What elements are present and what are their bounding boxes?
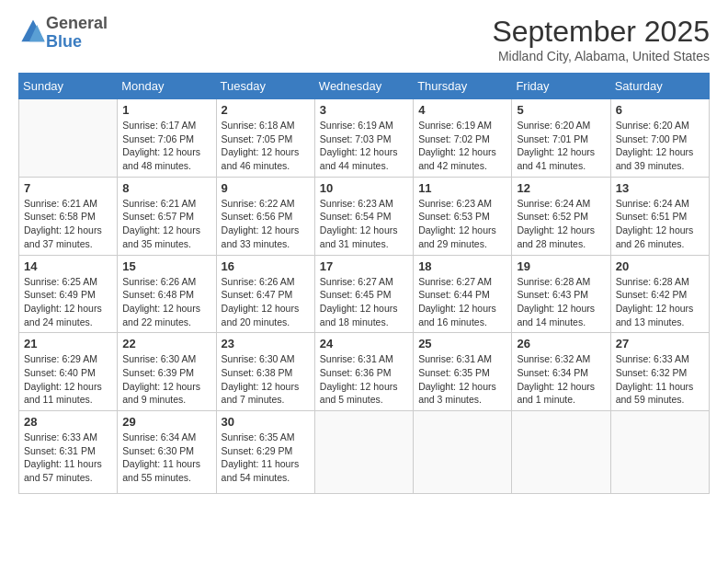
day-info: Sunrise: 6:23 AMSunset: 6:54 PMDaylight:… xyxy=(320,197,408,251)
calendar-cell xyxy=(414,411,512,494)
day-number: 26 xyxy=(517,337,605,350)
day-info: Sunrise: 6:25 AMSunset: 6:49 PMDaylight:… xyxy=(24,275,112,329)
calendar-cell: 24Sunrise: 6:31 AMSunset: 6:36 PMDayligh… xyxy=(314,333,413,411)
calendar-week-row: 1Sunrise: 6:17 AMSunset: 7:06 PMDaylight… xyxy=(19,99,710,178)
day-info: Sunrise: 6:23 AMSunset: 6:53 PMDaylight:… xyxy=(418,197,506,251)
calendar-cell: 25Sunrise: 6:31 AMSunset: 6:35 PMDayligh… xyxy=(414,333,512,411)
calendar-cell: 12Sunrise: 6:24 AMSunset: 6:52 PMDayligh… xyxy=(512,177,610,255)
page-container: General Blue September 2025 Midland City… xyxy=(0,0,728,503)
day-number: 30 xyxy=(222,415,310,429)
day-number: 20 xyxy=(616,259,704,273)
calendar-cell: 15Sunrise: 6:26 AMSunset: 6:48 PMDayligh… xyxy=(118,255,216,333)
day-info: Sunrise: 6:21 AMSunset: 6:58 PMDaylight:… xyxy=(24,197,112,251)
day-info: Sunrise: 6:33 AMSunset: 6:32 PMDaylight:… xyxy=(616,352,704,407)
calendar-cell: 2Sunrise: 6:18 AMSunset: 7:05 PMDaylight… xyxy=(216,99,314,178)
weekday-header-tuesday: Tuesday xyxy=(216,74,314,99)
day-info: Sunrise: 6:17 AMSunset: 7:06 PMDaylight:… xyxy=(122,119,210,173)
day-info: Sunrise: 6:18 AMSunset: 7:05 PMDaylight:… xyxy=(222,119,310,173)
weekday-header-friday: Friday xyxy=(512,74,610,99)
day-info: Sunrise: 6:27 AMSunset: 6:44 PMDaylight:… xyxy=(418,275,506,329)
calendar-cell: 20Sunrise: 6:28 AMSunset: 6:42 PMDayligh… xyxy=(610,255,709,333)
day-number: 27 xyxy=(616,337,704,350)
calendar-week-row: 14Sunrise: 6:25 AMSunset: 6:49 PMDayligh… xyxy=(19,255,710,333)
calendar-week-row: 7Sunrise: 6:21 AMSunset: 6:58 PMDaylight… xyxy=(19,177,710,255)
calendar-cell: 28Sunrise: 6:33 AMSunset: 6:31 PMDayligh… xyxy=(19,411,118,494)
calendar-cell xyxy=(610,411,709,494)
day-info: Sunrise: 6:30 AMSunset: 6:39 PMDaylight:… xyxy=(122,352,210,407)
calendar-cell: 10Sunrise: 6:23 AMSunset: 6:54 PMDayligh… xyxy=(314,177,413,255)
logo-text: General Blue xyxy=(46,15,108,52)
day-info: Sunrise: 6:35 AMSunset: 6:29 PMDaylight:… xyxy=(222,431,310,485)
day-number: 10 xyxy=(320,181,408,195)
calendar-cell: 14Sunrise: 6:25 AMSunset: 6:49 PMDayligh… xyxy=(19,255,118,333)
day-number: 1 xyxy=(122,103,210,117)
day-number: 13 xyxy=(616,181,704,195)
day-number: 14 xyxy=(24,259,112,273)
day-info: Sunrise: 6:22 AMSunset: 6:56 PMDaylight:… xyxy=(222,197,310,251)
day-number: 25 xyxy=(418,337,506,350)
day-number: 17 xyxy=(320,259,408,273)
day-number: 8 xyxy=(122,181,210,195)
day-number: 4 xyxy=(418,103,506,117)
day-info: Sunrise: 6:33 AMSunset: 6:31 PMDaylight:… xyxy=(24,431,112,485)
day-info: Sunrise: 6:21 AMSunset: 6:57 PMDaylight:… xyxy=(122,197,210,251)
weekday-header-row: SundayMondayTuesdayWednesdayThursdayFrid… xyxy=(19,74,710,99)
day-number: 22 xyxy=(122,337,210,350)
weekday-header-monday: Monday xyxy=(118,74,216,99)
logo-icon xyxy=(20,18,46,44)
header: General Blue September 2025 Midland City… xyxy=(18,15,710,63)
logo-general: General xyxy=(46,14,108,32)
day-info: Sunrise: 6:27 AMSunset: 6:45 PMDaylight:… xyxy=(320,275,408,329)
calendar-cell: 11Sunrise: 6:23 AMSunset: 6:53 PMDayligh… xyxy=(414,177,512,255)
calendar-cell: 19Sunrise: 6:28 AMSunset: 6:43 PMDayligh… xyxy=(512,255,610,333)
day-number: 29 xyxy=(122,415,210,429)
calendar-cell: 18Sunrise: 6:27 AMSunset: 6:44 PMDayligh… xyxy=(414,255,512,333)
day-number: 11 xyxy=(418,181,506,195)
day-number: 19 xyxy=(517,259,605,273)
calendar-cell: 23Sunrise: 6:30 AMSunset: 6:38 PMDayligh… xyxy=(216,333,314,411)
title-section: September 2025 Midland City, Alabama, Un… xyxy=(492,15,710,63)
day-number: 23 xyxy=(222,337,310,350)
calendar-cell: 27Sunrise: 6:33 AMSunset: 6:32 PMDayligh… xyxy=(610,333,709,411)
day-number: 2 xyxy=(222,103,310,117)
day-info: Sunrise: 6:30 AMSunset: 6:38 PMDaylight:… xyxy=(222,352,310,407)
day-info: Sunrise: 6:26 AMSunset: 6:47 PMDaylight:… xyxy=(222,275,310,329)
calendar-cell: 17Sunrise: 6:27 AMSunset: 6:45 PMDayligh… xyxy=(314,255,413,333)
calendar-week-row: 21Sunrise: 6:29 AMSunset: 6:40 PMDayligh… xyxy=(19,333,710,411)
day-number: 28 xyxy=(24,415,112,429)
calendar-cell: 9Sunrise: 6:22 AMSunset: 6:56 PMDaylight… xyxy=(216,177,314,255)
day-number: 15 xyxy=(122,259,210,273)
day-number: 24 xyxy=(320,337,408,350)
day-info: Sunrise: 6:24 AMSunset: 6:51 PMDaylight:… xyxy=(616,197,704,251)
month-title: September 2025 xyxy=(492,15,710,49)
day-info: Sunrise: 6:19 AMSunset: 7:02 PMDaylight:… xyxy=(418,119,506,173)
calendar-cell xyxy=(512,411,610,494)
day-number: 12 xyxy=(517,181,605,195)
calendar-week-row: 28Sunrise: 6:33 AMSunset: 6:31 PMDayligh… xyxy=(19,411,710,494)
location: Midland City, Alabama, United States xyxy=(492,49,710,63)
weekday-header-thursday: Thursday xyxy=(414,74,512,99)
calendar-cell: 30Sunrise: 6:35 AMSunset: 6:29 PMDayligh… xyxy=(216,411,314,494)
day-info: Sunrise: 6:20 AMSunset: 7:01 PMDaylight:… xyxy=(517,119,605,173)
weekday-header-sunday: Sunday xyxy=(19,74,118,99)
day-number: 9 xyxy=(222,181,310,195)
calendar-cell: 4Sunrise: 6:19 AMSunset: 7:02 PMDaylight… xyxy=(414,99,512,178)
calendar-cell xyxy=(314,411,413,494)
day-info: Sunrise: 6:28 AMSunset: 6:43 PMDaylight:… xyxy=(517,275,605,329)
calendar-cell: 16Sunrise: 6:26 AMSunset: 6:47 PMDayligh… xyxy=(216,255,314,333)
calendar-cell: 22Sunrise: 6:30 AMSunset: 6:39 PMDayligh… xyxy=(118,333,216,411)
day-number: 3 xyxy=(320,103,408,117)
weekday-header-saturday: Saturday xyxy=(610,74,709,99)
calendar-cell: 5Sunrise: 6:20 AMSunset: 7:01 PMDaylight… xyxy=(512,99,610,178)
calendar-cell: 1Sunrise: 6:17 AMSunset: 7:06 PMDaylight… xyxy=(118,99,216,178)
day-info: Sunrise: 6:34 AMSunset: 6:30 PMDaylight:… xyxy=(122,431,210,485)
calendar-cell: 6Sunrise: 6:20 AMSunset: 7:00 PMDaylight… xyxy=(610,99,709,178)
day-number: 16 xyxy=(222,259,310,273)
calendar-cell: 13Sunrise: 6:24 AMSunset: 6:51 PMDayligh… xyxy=(610,177,709,255)
day-number: 6 xyxy=(616,103,704,117)
logo-blue: Blue xyxy=(46,32,82,51)
calendar-cell: 3Sunrise: 6:19 AMSunset: 7:03 PMDaylight… xyxy=(314,99,413,178)
weekday-header-wednesday: Wednesday xyxy=(314,74,413,99)
calendar-cell: 21Sunrise: 6:29 AMSunset: 6:40 PMDayligh… xyxy=(19,333,118,411)
day-number: 5 xyxy=(517,103,605,117)
